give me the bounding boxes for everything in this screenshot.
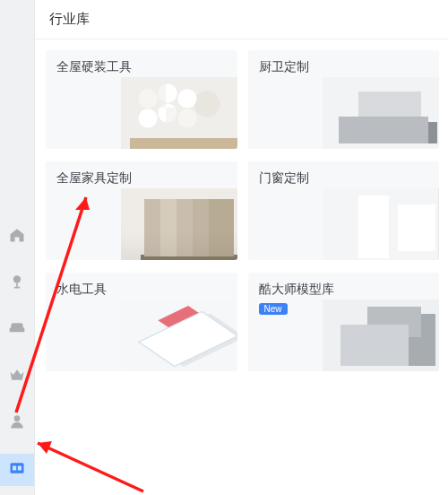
svg-rect-4 <box>11 463 24 473</box>
svg-rect-1 <box>16 283 18 287</box>
lamp-icon <box>8 273 26 294</box>
card-title: 酷大师模型库 <box>259 282 429 298</box>
rail-item-house[interactable] <box>0 221 34 253</box>
card-title: 全屋硬装工具 <box>56 59 227 75</box>
sofa-icon <box>8 319 26 341</box>
card-thumb <box>323 300 439 371</box>
card-kudashi-library[interactable]: 酷大师模型库 New <box>248 273 440 371</box>
card-thumb <box>121 77 237 149</box>
card-title: 厨卫定制 <box>259 59 429 75</box>
house-icon <box>8 226 26 248</box>
library-icon <box>8 459 26 481</box>
svg-point-3 <box>14 415 21 421</box>
svg-rect-5 <box>13 466 16 471</box>
card-hard-install-tools[interactable]: 全屋硬装工具 <box>46 50 237 149</box>
card-kitchen-bath[interactable]: 厨卫定制 <box>248 50 440 149</box>
panel-body: 全屋硬装工具 厨卫定制 全屋家具定制 门窗定制 水电工具 <box>35 39 448 495</box>
svg-point-0 <box>13 275 21 282</box>
card-furniture-custom[interactable]: 全屋家具定制 <box>46 161 237 260</box>
rail-item-user[interactable] <box>0 407 34 439</box>
user-icon <box>8 412 26 434</box>
card-title: 门窗定制 <box>259 170 429 187</box>
svg-rect-6 <box>18 466 22 471</box>
card-title: 水电工具 <box>56 282 227 298</box>
card-plumbing-electric[interactable]: 水电工具 <box>46 273 237 371</box>
new-badge: New <box>259 303 288 315</box>
rail-item-crown[interactable] <box>0 360 34 393</box>
svg-rect-2 <box>14 287 21 289</box>
card-thumb <box>121 188 237 260</box>
side-rail <box>0 0 34 495</box>
card-door-window[interactable]: 门窗定制 <box>248 161 440 260</box>
card-title: 全屋家具定制 <box>56 170 227 187</box>
card-grid: 全屋硬装工具 厨卫定制 全屋家具定制 门窗定制 水电工具 <box>46 50 439 371</box>
crown-icon <box>8 366 26 387</box>
card-thumb <box>121 300 237 371</box>
rail-item-lamp[interactable] <box>0 267 34 300</box>
card-thumb <box>323 188 439 260</box>
card-thumb <box>323 77 439 149</box>
rail-item-sofa[interactable] <box>0 314 34 346</box>
industry-library-panel: 行业库 全屋硬装工具 厨卫定制 全屋家具定制 门窗定制 <box>34 0 448 495</box>
panel-title: 行业库 <box>35 0 448 39</box>
rail-item-library[interactable] <box>0 454 34 486</box>
